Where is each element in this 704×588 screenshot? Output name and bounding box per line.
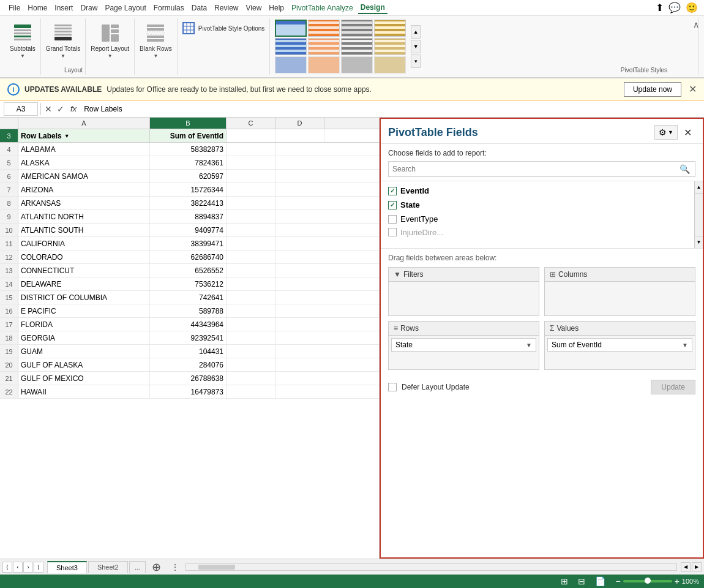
h-scroll-right[interactable]: ▶ — [692, 562, 702, 572]
row-cell-a[interactable]: Row Labels ▼ — [18, 129, 150, 142]
menu-help[interactable]: Help — [266, 2, 286, 13]
row-cell-b[interactable]: 92392541 — [150, 331, 227, 344]
h-scroll-left[interactable]: ◀ — [681, 562, 691, 572]
pivot-list-scroll-up[interactable]: ▲ — [695, 181, 703, 194]
pivot-close-button[interactable]: ✕ — [680, 126, 695, 140]
tab-sheet2[interactable]: Sheet2 — [88, 561, 128, 573]
row-cell-a[interactable]: DELAWARE — [18, 277, 150, 290]
menu-file[interactable]: File — [6, 2, 23, 13]
blank-rows-button[interactable]: Blank Rows ▼ — [140, 22, 172, 59]
subtotals-button[interactable]: Subtotals ▼ — [10, 22, 36, 59]
style-swatch-2-1[interactable] — [275, 38, 307, 55]
pivot-field-checkbox-injuries[interactable] — [388, 228, 397, 236]
row-cell-b[interactable]: 38399471 — [150, 237, 227, 250]
pivot-update-button[interactable]: Update — [651, 380, 695, 394]
row-cell-b[interactable]: 15726344 — [150, 183, 227, 196]
emoji-icon[interactable]: 🙂 — [686, 2, 698, 13]
pivot-values-tag-sum[interactable]: Sum of EventId ▼ — [547, 338, 692, 352]
pivot-values-tag-sum-arrow[interactable]: ▼ — [682, 342, 688, 349]
style-swatch-orange[interactable] — [308, 20, 340, 37]
row-cell-b[interactable]: 38224413 — [150, 197, 227, 209]
horizontal-scrollbar[interactable] — [185, 564, 677, 571]
row-cell-a[interactable]: GUAM — [18, 345, 150, 358]
style-swatch-2-2[interactable] — [308, 38, 340, 55]
row-cell-b[interactable]: 620597 — [150, 170, 227, 183]
sheet-add-button[interactable]: ⊕ — [147, 559, 166, 575]
style-swatch-3-2[interactable] — [308, 56, 340, 74]
grand-totals-button[interactable]: Grand Totals ▼ — [46, 22, 81, 59]
row-cell-a[interactable]: E PACIFIC — [18, 304, 150, 317]
pivot-area-rows[interactable]: ≡ Rows State ▼ — [388, 321, 539, 370]
gallery-scroll-down[interactable]: ▼ — [411, 40, 421, 53]
rows-container[interactable]: 3 Row Labels ▼ Sum of EventId 4 ALABAMA … — [0, 129, 379, 559]
sheet-nav-next[interactable]: › — [23, 562, 33, 573]
row-cell-a[interactable]: DISTRICT OF COLUMBIA — [18, 291, 150, 304]
row-cell-b[interactable]: 16479873 — [150, 385, 227, 398]
pivot-area-values[interactable]: Σ Values Sum of EventId ▼ — [544, 321, 695, 370]
zoom-slider-track[interactable] — [623, 580, 672, 582]
row-cell-b[interactable]: 6526552 — [150, 264, 227, 277]
sheet-nav-first[interactable]: ⟨ — [2, 562, 12, 573]
row-cell-a[interactable]: CALIFORNIA — [18, 237, 150, 250]
row-cell-a[interactable]: ALASKA — [18, 156, 150, 169]
pivot-defer-checkbox[interactable] — [388, 383, 397, 391]
row-cell-b[interactable]: 58382873 — [150, 143, 227, 156]
row-cell-b[interactable]: 8894837 — [150, 210, 227, 223]
pivot-search-input[interactable] — [389, 162, 675, 176]
row-cell-b[interactable]: Sum of EventId — [150, 129, 227, 142]
row-cell-b[interactable]: 104431 — [150, 345, 227, 358]
row-cell-b[interactable]: 9409774 — [150, 224, 227, 236]
row-cell-a[interactable]: HAWAII — [18, 385, 150, 398]
zoom-plus[interactable]: + — [675, 576, 680, 586]
row-cell-a[interactable]: ARKANSAS — [18, 197, 150, 209]
row-cell-a[interactable]: GULF OF ALASKA — [18, 358, 150, 371]
gallery-scroll-up[interactable]: ▲ — [411, 25, 421, 39]
row-cell-b[interactable]: 589788 — [150, 304, 227, 317]
style-swatch-2-3[interactable] — [341, 38, 373, 55]
row-cell-a[interactable]: ATLANTIC SOUTH — [18, 224, 150, 236]
style-swatch-3-1[interactable] — [275, 56, 307, 74]
sheet-options-button[interactable]: ⋮ — [168, 561, 182, 573]
pivot-list-scroll-down[interactable]: ▼ — [695, 236, 703, 248]
row-cell-b[interactable]: 7536212 — [150, 277, 227, 290]
update-banner-close[interactable]: ✕ — [689, 83, 697, 95]
row-cell-b[interactable]: 284076 — [150, 358, 227, 371]
pivot-rows-tag-state-arrow[interactable]: ▼ — [526, 342, 532, 349]
row-cell-a[interactable]: FLORIDA — [18, 318, 150, 331]
row-cell-a[interactable]: GULF OF MEXICO — [18, 372, 150, 385]
menu-formulas[interactable]: Formulas — [151, 2, 187, 13]
row-cell-a[interactable]: AMERICAN SAMOA — [18, 170, 150, 183]
formula-cancel-icon[interactable]: ✕ — [43, 103, 53, 115]
row-cell-a[interactable]: ATLANTIC NORTH — [18, 210, 150, 223]
style-swatch-selected[interactable] — [275, 20, 307, 37]
style-swatch-2-4[interactable] — [374, 38, 406, 55]
row-cell-a[interactable]: ALABAMA — [18, 143, 150, 156]
update-now-button[interactable]: Update now — [624, 82, 681, 97]
style-swatch-3-4[interactable] — [374, 56, 406, 74]
pivot-settings-dropdown[interactable]: ⚙ ▼ — [654, 125, 678, 140]
ribbon-collapse-button[interactable]: ∧ — [691, 18, 702, 31]
menu-pivottable-analyze[interactable]: PivotTable Analyze — [289, 2, 356, 13]
style-swatch-gold[interactable] — [374, 20, 406, 37]
row-cell-a[interactable]: GEORGIA — [18, 331, 150, 344]
pivot-field-checkbox-state[interactable]: ✓ — [388, 201, 397, 209]
sheet-nav-last[interactable]: ⟩ — [34, 562, 43, 573]
pivot-rows-tag-state[interactable]: State ▼ — [391, 338, 536, 352]
sheet-nav-prev[interactable]: ‹ — [13, 562, 23, 573]
style-swatch-gray[interactable] — [341, 20, 373, 37]
view-page-break-icon[interactable]: ⊟ — [578, 576, 585, 586]
row-cell-a[interactable]: COLORADO — [18, 251, 150, 263]
menu-draw[interactable]: Draw — [78, 2, 100, 13]
row-cell-b[interactable]: 26788638 — [150, 372, 227, 385]
row-cell-a[interactable]: CONNECTICUT — [18, 264, 150, 277]
menu-home[interactable]: Home — [25, 2, 50, 13]
menu-review[interactable]: Review — [212, 2, 241, 13]
tab-more[interactable]: ... — [129, 561, 146, 573]
style-swatch-3-3[interactable] — [341, 56, 373, 74]
pivot-area-columns[interactable]: ⊞ Columns — [544, 267, 695, 316]
pivot-field-checkbox-eventtype[interactable] — [388, 215, 397, 224]
zoom-minus[interactable]: − — [615, 576, 620, 586]
row-cell-b[interactable]: 742641 — [150, 291, 227, 304]
menu-insert[interactable]: Insert — [52, 2, 75, 13]
menu-page-layout[interactable]: Page Layout — [102, 2, 148, 13]
